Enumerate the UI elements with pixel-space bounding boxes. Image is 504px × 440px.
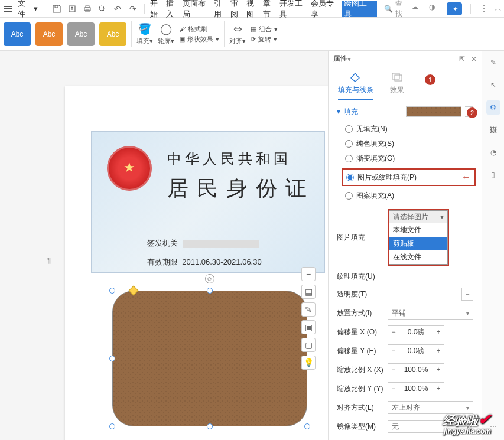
tab-effects[interactable]: 效果	[390, 71, 404, 100]
lightbulb-button[interactable]: 💡	[301, 356, 316, 370]
resize-handle-sw[interactable]	[109, 423, 115, 429]
offset-y-row: 偏移量 Y (E) − 0.0磅 +	[337, 344, 473, 357]
offset-y-value[interactable]: 0.0磅	[399, 344, 433, 357]
undo-icon[interactable]: ↶	[111, 2, 124, 15]
tab-view[interactable]: 视图	[246, 1, 262, 17]
search-box[interactable]: 🔍 查找	[384, 0, 409, 19]
radio-gradient-fill[interactable]: 渐变填充(G)	[345, 154, 473, 164]
tab-devtools[interactable]: 开发工具	[279, 1, 310, 17]
resize-handle-w[interactable]	[109, 356, 115, 361]
opacity-spinner[interactable]: −	[461, 288, 473, 301]
resize-handle-se[interactable]	[304, 423, 310, 429]
file-menu[interactable]: 文件▾	[15, 0, 41, 19]
print-icon[interactable]	[81, 2, 94, 15]
shape-style-4[interactable]: Abc	[99, 22, 126, 46]
radio-solid-fill[interactable]: 纯色填充(S)	[345, 139, 473, 149]
close-icon[interactable]: ✕	[471, 55, 477, 63]
select-button[interactable]: ▢	[301, 338, 316, 352]
shape-effects-dropdown[interactable]: ▣形状效果▾	[179, 35, 219, 44]
alignment-dropdown[interactable]: 左上对齐▾	[388, 401, 473, 414]
placement-dropdown[interactable]: 平铺▾	[388, 307, 473, 320]
tab-start[interactable]: 开始	[149, 1, 166, 17]
edit-shape-button[interactable]: ✎	[301, 302, 316, 317]
picture-fill-dropdown[interactable]: 请选择图片▾	[389, 210, 448, 223]
rotate-handle[interactable]: ⟳	[205, 274, 214, 283]
zoom-out-button[interactable]: −	[301, 267, 316, 281]
minus-button[interactable]: −	[388, 363, 399, 376]
rail-book-icon[interactable]: ▯	[486, 168, 500, 182]
radio-picture-fill[interactable]: 图片或纹理填充(P)←	[342, 168, 476, 186]
paragraph-icon[interactable]: ¶	[47, 256, 57, 266]
plus-button[interactable]: +	[433, 325, 444, 338]
rail-clock-icon[interactable]: ◔	[486, 145, 500, 159]
shape-style-1[interactable]: Abc	[4, 22, 31, 46]
tab-drawing-tools[interactable]: 绘图工具	[342, 1, 376, 17]
document-page: 中华人民共和国 居民身份证 签发机关 有效期限 2011.06.30-2021.…	[65, 86, 328, 440]
alignment-label: 对齐方式(L)	[337, 403, 384, 413]
resize-handle-n[interactable]	[207, 288, 213, 294]
minus-button[interactable]: −	[388, 344, 399, 357]
layout-options-button[interactable]: ▤	[301, 285, 316, 299]
rotate-dropdown[interactable]: ⟳旋转▾	[251, 35, 278, 44]
collapse-ribbon-icon[interactable]: ︿	[495, 4, 502, 14]
skin-icon[interactable]: ◑	[429, 3, 441, 15]
rail-image-icon[interactable]: 🖼	[486, 123, 500, 137]
radio-no-fill[interactable]: 无填充(N)	[345, 124, 473, 134]
more-icon[interactable]: ⋮	[479, 3, 489, 14]
plus-button[interactable]: +	[433, 382, 444, 395]
offset-x-spinner: − 0.0磅 +	[388, 325, 444, 338]
save-icon[interactable]	[50, 2, 63, 15]
selected-shape[interactable]: ⟳	[112, 291, 307, 426]
menu-icon[interactable]	[2, 4, 13, 14]
scale-y-value[interactable]: 100.0%	[399, 382, 433, 395]
export-icon[interactable]	[66, 2, 79, 15]
radio-pattern-fill[interactable]: 图案填充(A)	[345, 191, 473, 201]
minus-button[interactable]: −	[388, 325, 399, 338]
panel-header: 属性▾ ⇱ ✕	[329, 51, 482, 67]
cloud-icon[interactable]: ☁	[411, 3, 423, 15]
tab-member[interactable]: 会员专享	[310, 1, 342, 17]
rail-select-icon[interactable]: ↖	[486, 78, 500, 92]
placement-label: 放置方式(I)	[337, 308, 384, 318]
resize-handle-s[interactable]	[207, 423, 213, 429]
tab-fill-line[interactable]: 填充与线条	[338, 71, 373, 100]
option-local-file[interactable]: 本地文件	[389, 223, 447, 237]
tab-reference[interactable]: 引用	[213, 1, 230, 17]
resize-handle-nw[interactable]	[109, 288, 115, 294]
minus-button[interactable]: −	[388, 382, 399, 395]
canvas-area[interactable]: ¶ 中华人民共和国 居民身份证 签发机关 有效期限 2011.06.30-202…	[0, 51, 328, 440]
shape-style-2[interactable]: Abc	[35, 22, 63, 46]
shape-replace-button[interactable]: ▣	[301, 320, 316, 334]
shape-style-3[interactable]: Abc	[67, 22, 95, 46]
fill-section-header[interactable]: ▾ 填充 ▾	[337, 106, 473, 117]
group-dropdown[interactable]: ▦组合▾	[251, 25, 278, 34]
preview-icon[interactable]	[96, 2, 109, 15]
scale-x-value[interactable]: 100.0%	[399, 363, 433, 376]
offset-x-value[interactable]: 0.0磅	[399, 325, 433, 338]
tab-review[interactable]: 审阅	[230, 1, 246, 17]
id-validity-row: 有效期限 2011.06.30-2021.06.30	[147, 257, 262, 268]
id-title-2: 居民身份证	[167, 174, 315, 203]
redo-icon[interactable]: ↷	[126, 2, 139, 15]
tab-layout[interactable]: 页面布局	[182, 1, 213, 17]
chevron-down-icon: ▾	[34, 4, 38, 13]
share-button[interactable]	[447, 2, 462, 15]
annotation-badge-2: 2	[467, 107, 477, 118]
fill-dropdown[interactable]: 🪣填充▾	[136, 22, 153, 45]
minus-button[interactable]: −	[461, 288, 473, 301]
scale-y-row: 缩放比例 Y (Y) − 100.0% +	[337, 382, 473, 395]
plus-button[interactable]: +	[433, 363, 444, 376]
outline-dropdown[interactable]: ◯轮廓▾	[158, 22, 174, 45]
option-online-file[interactable]: 在线文件	[389, 250, 447, 264]
tab-insert[interactable]: 插入	[165, 1, 182, 17]
rounded-rect-shape[interactable]	[112, 291, 307, 426]
option-clipboard[interactable]: 剪贴板	[389, 237, 447, 250]
rail-settings-icon[interactable]: ⚙	[486, 100, 500, 115]
tab-section[interactable]: 章节	[262, 1, 279, 17]
pin-icon[interactable]: ⇱	[459, 55, 465, 63]
align-dropdown[interactable]: ⇔对齐▾	[229, 22, 246, 45]
plus-button[interactable]: +	[433, 344, 444, 357]
format-painter-button[interactable]: 🖌格式刷	[179, 25, 219, 34]
national-emblem-icon	[107, 146, 152, 191]
rail-edit-icon[interactable]: ✎	[486, 56, 500, 70]
